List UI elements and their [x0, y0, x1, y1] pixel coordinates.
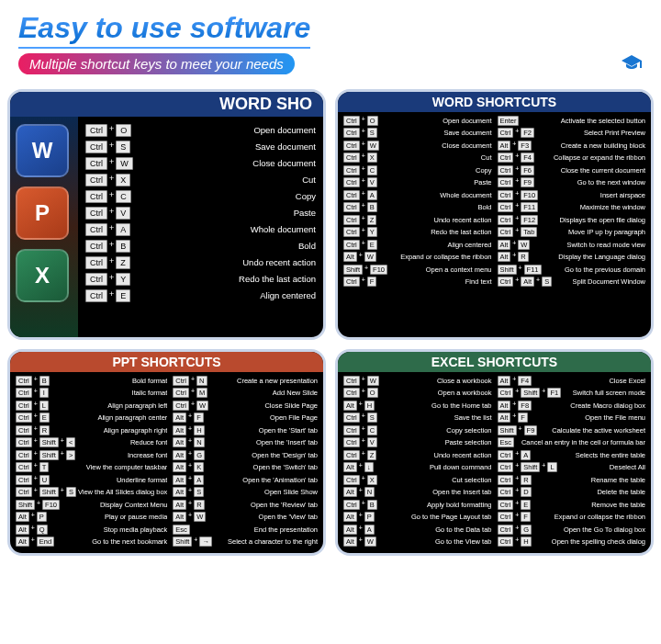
key: Ctrl [16, 450, 32, 460]
shortcut-desc: Insert airspace [540, 191, 645, 199]
key: Ctrl [498, 177, 514, 187]
shortcut-desc: Undo recent action [378, 451, 491, 459]
key: W [518, 240, 530, 250]
key: B [367, 500, 377, 510]
key: S [66, 487, 76, 497]
key: Shift [16, 500, 35, 510]
key: S [367, 128, 377, 138]
shortcut-desc: Close document [381, 141, 492, 150]
key-combo: Alt+F4 [498, 376, 532, 386]
key: Ctrl [16, 388, 32, 398]
key: A [194, 475, 204, 485]
key-combo: Ctrl+S [343, 412, 377, 423]
shortcut-row: Alt+PPlay or pause media [16, 512, 167, 523]
shortcut-row: Ctrl+DDelete the table [498, 487, 646, 498]
shortcut-desc: Go to the View tab [378, 537, 492, 546]
key-combo: Ctrl+G [498, 525, 532, 535]
shortcut-row: Ctrl+ZUndo recent action [343, 214, 492, 225]
key: W [367, 376, 379, 386]
shortcut-col-left: Ctrl+OOpen documentCtrl+SSave documentCt… [343, 115, 492, 288]
key: Alt [498, 412, 511, 423]
key: F3 [518, 141, 532, 151]
shortcut-col-left: Ctrl+BBold formatCtrl+IItalic formatCtrl… [16, 375, 167, 548]
key: Ctrl [85, 223, 107, 237]
shortcut-desc: Italic format [50, 389, 168, 397]
key: Ctrl [343, 376, 360, 386]
shortcut-row: Ctrl+F11Maximize the window [498, 202, 646, 213]
key: H [194, 425, 204, 435]
shortcut-desc: Whole document [379, 191, 492, 199]
key-combo: Ctrl+Alt+S [498, 277, 553, 287]
key: X [367, 475, 377, 485]
shortcut-row: Alt+RDisplay the Language dialog [498, 252, 646, 263]
shortcut-row: Ctrl+SSave document [85, 139, 316, 155]
shortcut-row: Ctrl+F6Close the current document [498, 164, 646, 175]
shortcut-col-right: Alt+F4Close ExcelCtrl+Shift+F1Switch ful… [498, 375, 646, 548]
key: E [521, 500, 531, 510]
shortcut-row: Alt+WSwitch to read mode view [498, 239, 646, 250]
shortcut-row: Ctrl+VPaste [85, 205, 316, 221]
key: Ctrl [343, 500, 360, 510]
key-combo: Ctrl+V [343, 437, 377, 447]
key: Ctrl [498, 462, 514, 472]
shortcut-row: Ctrl+YRedo the last action [85, 271, 316, 288]
key: Ctrl [498, 190, 514, 200]
shortcut-desc: Find text [378, 277, 491, 286]
shortcut-row: Ctrl+XCut [85, 172, 316, 188]
key: W [367, 141, 379, 151]
shortcut-desc: Open the spelling check dialog [533, 537, 645, 546]
key: F4 [518, 376, 532, 386]
key-combo: Ctrl+S [85, 141, 130, 154]
shortcut-desc: Paste [134, 208, 316, 218]
key-combo: Ctrl+X [85, 174, 130, 187]
key: V [367, 437, 377, 447]
key: Ctrl [343, 277, 360, 287]
shortcut-row: Shift+→Select a character to the right [173, 537, 318, 548]
key: F [521, 512, 531, 522]
key-combo: Alt+F8 [498, 401, 532, 411]
shortcut-row: Ctrl+VPaste [343, 177, 492, 188]
key-combo: Ctrl+Shift+F1 [498, 388, 562, 398]
word-app-icon: W [16, 124, 69, 177]
shortcut-desc: Move IP up by paragraph [539, 228, 645, 236]
shortcut-desc: Save document [134, 141, 316, 152]
shortcut-row: Alt+WOpen the 'View' tab [173, 512, 318, 523]
key-combo: Alt+F [173, 412, 203, 423]
shortcut-desc: Paste selection [379, 438, 492, 446]
panel-ppt: PPT SHORTCUTS Ctrl+BBold formatCtrl+IIta… [7, 349, 326, 556]
key: S [542, 277, 552, 287]
shortcut-desc: Display Context Menu [62, 501, 167, 509]
key-combo: Shift+F9 [498, 425, 538, 435]
key-combo: Ctrl+E [343, 240, 377, 250]
key-combo: Alt+W [173, 512, 206, 522]
key: P [37, 512, 47, 522]
key: Ctrl [85, 141, 107, 154]
key-combo: Ctrl+E [85, 289, 130, 303]
shortcut-desc: Create a new building block [533, 141, 645, 150]
key: H [521, 537, 531, 547]
shortcut-desc: Open the 'Review' tab [207, 501, 318, 509]
key: Enter [498, 116, 520, 126]
key-combo: Ctrl+Tab [498, 227, 538, 237]
header: Easy to use software Multiple shortcut k… [0, 0, 661, 80]
key: Ctrl [343, 165, 360, 175]
page-title: Easy to use software [18, 11, 310, 49]
key: F8 [518, 401, 532, 411]
key-combo: Ctrl+F9 [498, 177, 535, 187]
shortcut-desc: Expand or collapse the ribbon [378, 253, 492, 261]
shortcut-row: Ctrl+HOpen the spelling check dialog [498, 537, 646, 548]
key: E [116, 289, 130, 303]
key: Ctrl [498, 128, 514, 138]
shortcut-row: Ctrl+TabMove IP up by paragraph [498, 227, 646, 238]
key: Alt [173, 462, 186, 472]
shortcut-desc: Maximize the window [540, 203, 645, 211]
shortcut-desc: Pull down command [375, 463, 492, 471]
key-combo: Alt+G [173, 450, 205, 460]
key: Alt [16, 512, 29, 522]
shortcut-desc: Open the 'Animation' tab [206, 476, 318, 484]
shortcut-desc: Save document [379, 129, 492, 137]
shortcut-row: Ctrl+CCopy [85, 188, 316, 205]
shortcut-row: Ctrl+WClose document [85, 155, 316, 172]
shortcut-desc: Cut [134, 175, 316, 185]
key-combo: Ctrl+C [343, 425, 377, 435]
